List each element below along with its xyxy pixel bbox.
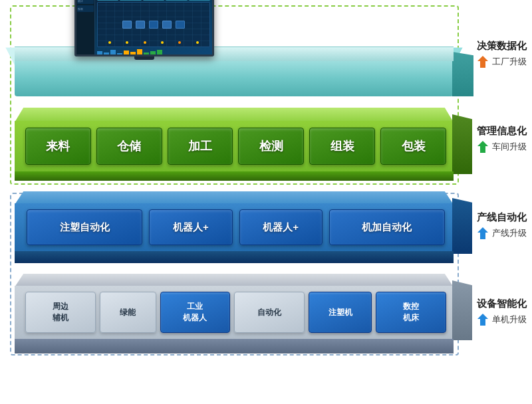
layer-equipment: 周边 辅机 绿能 工业 机器人 自动化 注塑机 数控 机床 [15, 274, 454, 354]
label-prod-sub: 产线升级 [492, 227, 527, 239]
prod-top [15, 191, 454, 205]
decision-platform-side [452, 52, 473, 96]
equipment-boxes: 周边 辅机 绿能 工业 机器人 自动化 注塑机 数控 机床 [21, 288, 450, 336]
mgmt-bottom [15, 171, 454, 181]
equip-box-4: 注塑机 [309, 292, 372, 333]
equip-side [452, 280, 472, 340]
arrow-equip-icon [476, 312, 489, 327]
decision-platform-face [15, 60, 454, 96]
mgmt-box-0: 来料 [25, 128, 91, 165]
label-decision-main: 决策数据化 [477, 40, 527, 52]
prod-box-1: 机器人+ [149, 209, 232, 245]
monitor-screen: 管理信息化 管理 统计 报表 [74, 0, 214, 56]
mgmt-box-5: 包装 [380, 128, 446, 165]
monitor-area: 管理信息化 管理 统计 报表 [74, 0, 214, 60]
arrow-management: 车间升级 [476, 140, 527, 154]
svg-marker-3 [477, 314, 488, 326]
equip-bottom [15, 339, 454, 354]
mgmt-box-1: 仓储 [96, 128, 162, 165]
equip-box-2: 工业 机器人 [160, 292, 231, 333]
arrow-mgmt-icon [476, 140, 489, 154]
label-production: 产线自动化 产线升级 [476, 211, 527, 241]
mgmt-side [452, 114, 472, 174]
label-equipment: 设备智能化 单机升级 [476, 298, 527, 327]
mgmt-box-3: 检测 [238, 128, 304, 165]
svg-marker-2 [477, 227, 488, 239]
mgmt-box-2: 加工 [168, 128, 233, 165]
management-boxes: 来料 仓储 加工 检测 组装 包装 [21, 124, 450, 169]
production-boxes: 注塑自动化 机器人+ 机器人+ 机加自动化 [21, 206, 450, 249]
arrow-production: 产线升级 [476, 226, 527, 241]
layer-management: 来料 仓储 加工 检测 组装 包装 [15, 108, 454, 181]
equip-box-5: 数控 机床 [376, 292, 446, 333]
label-decision: 决策数据化 工厂升级 [476, 40, 527, 69]
main-container: 管理信息化 管理 统计 报表 [0, 0, 532, 404]
arrow-prod-icon [476, 226, 489, 241]
prod-bottom [15, 251, 454, 263]
equip-top [15, 274, 454, 287]
equip-box-3: 自动化 [234, 292, 305, 333]
label-mgmt-main: 管理信息化 [477, 125, 527, 138]
label-equip-sub: 单机升级 [492, 314, 527, 326]
equip-box-0: 周边 辅机 [25, 292, 96, 333]
label-mgmt-sub: 车间升级 [492, 141, 527, 153]
label-equip-main: 设备智能化 [477, 298, 527, 310]
arrow-equipment: 单机升级 [476, 312, 527, 327]
label-decision-sub: 工厂升级 [492, 56, 527, 68]
arrow-decision-icon [476, 54, 489, 69]
svg-marker-0 [477, 56, 488, 68]
layer-decision: 管理信息化 管理 统计 报表 [15, 10, 454, 106]
mgmt-box-4: 组装 [309, 128, 375, 165]
label-management: 管理信息化 车间升级 [476, 125, 527, 154]
mgmt-top [15, 108, 454, 122]
prod-side [452, 198, 472, 254]
svg-marker-1 [477, 141, 488, 153]
prod-box-2: 机器人+ [239, 209, 323, 245]
label-prod-main: 产线自动化 [477, 211, 527, 224]
arrow-decision: 工厂升级 [476, 54, 527, 69]
equip-box-1: 绿能 [100, 292, 156, 333]
layer-production: 注塑自动化 机器人+ 机器人+ 机加自动化 [15, 191, 454, 263]
prod-box-3: 机加自动化 [329, 209, 445, 245]
prod-box-0: 注塑自动化 [27, 209, 142, 245]
monitor-content: 管理 统计 报表 来料 仓储 加工 检测 组装 [76, 0, 212, 56]
